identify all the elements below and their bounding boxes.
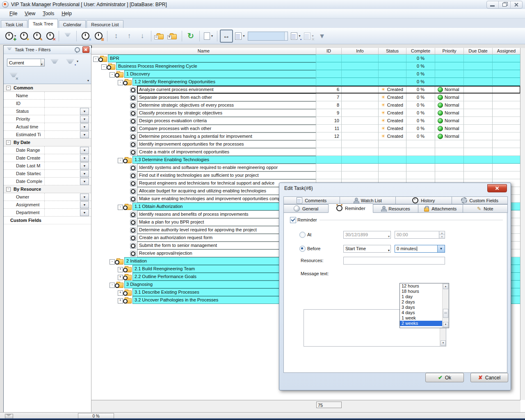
filter-field-date-comple[interactable]: Date Comple▼ [4, 178, 91, 185]
before-value-combo[interactable]: 0 minutes ▼ [395, 245, 445, 253]
filter-tasks-button[interactable] [62, 30, 74, 42]
column-header-complete[interactable]: Complete [406, 48, 435, 55]
edit-task-button[interactable]: ✎ [31, 30, 43, 42]
collapse-box[interactable]: - [118, 80, 123, 85]
dropdown-arrow-icon[interactable]: ▾ [211, 34, 213, 38]
menu-view[interactable]: View [21, 10, 39, 17]
before-anchor-combo[interactable]: Start Time ▾ [343, 245, 391, 253]
expand-box[interactable]: + [118, 267, 123, 272]
tree-task-row[interactable]: Identify improvement opportunities for t… [91, 140, 520, 148]
tree-group-row[interactable]: -1.2 Identify Reengineering Opportunitie… [91, 78, 520, 86]
at-date-dropdown-icon[interactable]: ▾ [388, 233, 390, 240]
tree-group-row[interactable]: -BPR0 % [91, 55, 520, 62]
filters-options-icon[interactable]: ▾ [87, 79, 89, 82]
filter-field-priority[interactable]: Priority▼ [4, 115, 91, 123]
filter-field-id[interactable]: ID [4, 100, 91, 107]
expand-box[interactable]: + [118, 290, 123, 296]
before-value-dropdown-button[interactable]: ▼ [437, 245, 445, 252]
clear-filter-button[interactable]: ✕ [7, 70, 20, 82]
field-dropdown-button[interactable]: ▼ [80, 123, 89, 130]
dialog-tab-note[interactable]: ✎Note [463, 204, 508, 213]
dialog-tab-resources[interactable]: Resources [373, 204, 418, 213]
dropdown-option[interactable]: 18 hours [400, 289, 443, 294]
dialog-tab-attachments[interactable]: Attachments [418, 204, 463, 213]
tree-task-row[interactable]: Design process evaluation criteria10☀Cre… [91, 117, 520, 125]
before-radio[interactable] [299, 246, 306, 252]
collapse-box[interactable]: - [110, 72, 115, 78]
grid-view-button[interactable]: ▾ [234, 30, 246, 42]
column-header-id[interactable]: ID [316, 48, 342, 55]
tree-task-row[interactable]: Identify systems and software required t… [91, 164, 520, 171]
collapse-box[interactable]: - [110, 259, 115, 265]
dropdown-option[interactable]: 12 hours [400, 283, 443, 289]
cancel-button[interactable]: ✘ Cancel [470, 373, 508, 382]
column-header-name[interactable]: Name [91, 48, 316, 55]
filter-field-status[interactable]: Status▼ [4, 107, 91, 115]
at-time-spinner[interactable]: 00:00 ▲▼ [395, 231, 445, 239]
field-dropdown-button[interactable]: ▼ [80, 155, 89, 162]
filter-preset-dropdown-icon[interactable] [41, 59, 44, 66]
field-dropdown-button[interactable]: ▼ [80, 170, 89, 177]
move-up-button[interactable]: ↑ [123, 30, 135, 42]
field-dropdown-button[interactable]: ▼ [80, 201, 89, 208]
dropdown-option[interactable]: 3 days [400, 305, 443, 310]
dialog-tab-custom-fields[interactable]: Custom Fields [452, 196, 508, 204]
filter-field-actual-time[interactable]: Actual time▼ [4, 123, 91, 131]
field-dropdown-button[interactable]: ▼ [80, 178, 89, 185]
filter-section-by-resource[interactable]: −By Resource [4, 185, 91, 193]
delete-view-button[interactable]: ✕▾ [303, 30, 315, 42]
menu-tools[interactable]: Tools [39, 10, 58, 17]
tab-task-list[interactable]: Task List [1, 20, 27, 28]
field-dropdown-button[interactable]: ▼ [80, 194, 89, 201]
tree-task-row[interactable]: Find out if existing technologies are su… [91, 171, 520, 179]
filter-field-date-startec[interactable]: Date Startec▼ [4, 170, 91, 178]
apply-filter-button[interactable] [48, 56, 61, 68]
grid-vertical-scrollbar[interactable] [520, 48, 525, 400]
filter-preset-combo[interactable]: Current [7, 59, 45, 66]
menu-file[interactable]: File [6, 10, 21, 17]
collapse-box[interactable]: − [6, 187, 11, 192]
column-header-assigned[interactable]: Assigned [493, 48, 520, 55]
reminder-checkbox[interactable] [290, 217, 296, 223]
tab-calendar[interactable]: Calendar [59, 20, 86, 28]
field-dropdown-button[interactable]: ▼ [80, 209, 89, 216]
dropdown-option[interactable]: 4 days [400, 310, 443, 315]
tree-task-row[interactable]: Determine processes having a potential f… [91, 132, 520, 140]
tab-task-tree[interactable]: Task Tree [28, 19, 58, 28]
view-combo[interactable] [248, 32, 288, 41]
field-dropdown-button[interactable]: ▼ [80, 131, 89, 138]
filter-field-date-range[interactable]: Date Range▼ [4, 146, 91, 154]
custom-fields-section-header[interactable]: Custom Fields [4, 217, 91, 224]
dialog-close-button[interactable] [487, 184, 507, 192]
time-spin-buttons[interactable]: ▲▼ [439, 231, 445, 238]
fit-columns-button[interactable]: ↔ [220, 30, 233, 43]
at-radio[interactable] [299, 232, 306, 238]
save-filter-button[interactable]: ▪ ▾ [64, 56, 77, 68]
field-dropdown-button[interactable]: ▼ [80, 116, 89, 123]
expand-box[interactable]: + [118, 298, 123, 304]
tree-task-row[interactable]: Create a matrix of improvement opportuni… [91, 148, 520, 156]
collapse-box[interactable]: − [6, 86, 11, 90]
at-date-combo[interactable]: 30/12/1899 ▾ [343, 231, 391, 239]
pin-icon[interactable] [75, 47, 80, 52]
column-header-due-date[interactable]: Due Date [464, 48, 493, 55]
dropdown-option[interactable]: 2 weeks [400, 321, 443, 326]
toolbar-overflow-button[interactable]: ▾ [316, 30, 328, 42]
dropdown-option[interactable]: 2 days [400, 299, 443, 305]
scrollbar-thumb[interactable] [443, 309, 448, 318]
dropdown-option[interactable]: 1 week [400, 315, 443, 321]
filter-section-common[interactable]: −Common [4, 84, 91, 92]
collapse-box[interactable]: − [6, 140, 11, 145]
dropdown-option[interactable]: 1 day [400, 294, 443, 299]
tree-group-row[interactable]: -1.3 Determine Enabling Technologies [91, 156, 520, 164]
collapse-box[interactable]: - [118, 158, 123, 163]
refresh-button[interactable]: ↻ [185, 30, 197, 42]
task-list-button[interactable]: ≡ [79, 30, 91, 42]
ok-button[interactable]: ✔ Ok [425, 373, 464, 382]
menu-help[interactable]: Help [58, 10, 75, 17]
delete-task-button[interactable]: ✕ [44, 30, 56, 42]
filter-field-owner[interactable]: Owner▼ [4, 193, 91, 201]
dropdown-arrow-icon[interactable]: ▾ [243, 34, 244, 38]
move-down-button[interactable]: ↓ [136, 30, 148, 42]
field-dropdown-button[interactable]: ▼ [80, 162, 89, 169]
